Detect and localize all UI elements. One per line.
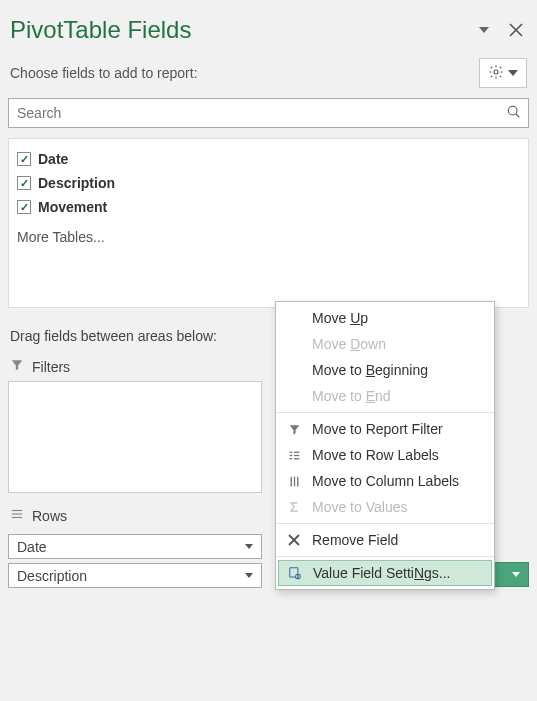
menu-move-down: Move Down	[276, 331, 494, 357]
menu-label: Move Up	[312, 310, 368, 326]
field-item-date[interactable]: ✓ Date	[17, 147, 520, 171]
filter-icon	[10, 358, 24, 375]
svg-point-2	[494, 70, 498, 74]
menu-move-column-labels[interactable]: Move to Column Labels	[276, 468, 494, 494]
svg-text:i: i	[297, 574, 298, 579]
chevron-down-icon[interactable]	[512, 572, 520, 577]
rows-icon	[10, 507, 24, 524]
field-list: ✓ Date ✓ Description ✓ Movement More Tab…	[8, 138, 529, 308]
chevron-down-icon	[508, 70, 518, 76]
menu-move-end: Move to End	[276, 383, 494, 409]
rows-label: Rows	[32, 508, 67, 524]
search-box[interactable]	[8, 98, 529, 128]
columns-icon	[284, 475, 304, 488]
field-settings-icon: i	[285, 566, 305, 580]
menu-label: Move to Values	[312, 499, 407, 515]
menu-label: Move to Report Filter	[312, 421, 443, 437]
task-pane-options-dropdown[interactable]	[479, 27, 489, 33]
filters-dropzone[interactable]	[8, 381, 262, 493]
row-pill-description[interactable]: Description	[8, 563, 262, 588]
menu-move-values: Σ Move to Values	[276, 494, 494, 520]
field-context-menu: Move Up Move Down Move to Beginning Move…	[275, 301, 495, 590]
filters-area: Filters	[8, 354, 262, 493]
subheader-row: Choose fields to add to report:	[8, 52, 529, 98]
pill-label: Date	[17, 539, 47, 555]
svg-point-3	[508, 106, 517, 115]
menu-label: Move to Row Labels	[312, 447, 439, 463]
checkbox[interactable]: ✓	[17, 152, 31, 166]
svg-line-4	[516, 114, 519, 117]
field-label: Date	[38, 151, 68, 167]
rows-dropzone[interactable]: Date Description	[8, 534, 262, 588]
menu-separator	[276, 556, 494, 557]
close-icon[interactable]	[509, 23, 523, 37]
sigma-icon: Σ	[284, 499, 304, 515]
rows-icon	[284, 449, 304, 462]
checkbox[interactable]: ✓	[17, 176, 31, 190]
pivottable-fields-pane: PivotTable Fields Choose fields to add t…	[0, 0, 537, 598]
menu-remove-field[interactable]: Remove Field	[276, 527, 494, 553]
choose-fields-label: Choose fields to add to report:	[10, 65, 198, 81]
pane-header-controls	[479, 23, 523, 37]
field-label: Movement	[38, 199, 107, 215]
menu-separator	[276, 412, 494, 413]
checkbox[interactable]: ✓	[17, 200, 31, 214]
menu-move-report-filter[interactable]: Move to Report Filter	[276, 416, 494, 442]
menu-label: Remove Field	[312, 532, 398, 548]
filter-icon	[284, 423, 304, 436]
menu-label: Move to End	[312, 388, 391, 404]
pane-header: PivotTable Fields	[8, 10, 529, 52]
menu-label: Move to Beginning	[312, 362, 428, 378]
menu-move-row-labels[interactable]: Move to Row Labels	[276, 442, 494, 468]
chevron-down-icon[interactable]	[245, 544, 253, 549]
menu-label: Value Field SettiNgs...	[313, 565, 451, 581]
more-tables-link[interactable]: More Tables...	[17, 229, 520, 245]
rows-area: Rows Date Description	[8, 503, 262, 588]
search-icon[interactable]	[500, 104, 528, 123]
pane-title: PivotTable Fields	[10, 16, 191, 44]
tools-button[interactable]	[479, 58, 527, 88]
chevron-down-icon[interactable]	[245, 573, 253, 578]
menu-separator	[276, 523, 494, 524]
filters-label: Filters	[32, 359, 70, 375]
menu-value-field-settings[interactable]: i Value Field SettiNgs...	[278, 560, 492, 586]
menu-move-beginning[interactable]: Move to Beginning	[276, 357, 494, 383]
menu-label: Move Down	[312, 336, 386, 352]
field-label: Description	[38, 175, 115, 191]
menu-move-up[interactable]: Move Up	[276, 305, 494, 331]
pill-label: Description	[17, 568, 87, 584]
search-input[interactable]	[9, 105, 500, 121]
remove-icon	[284, 534, 304, 546]
menu-label: Move to Column Labels	[312, 473, 459, 489]
row-pill-date[interactable]: Date	[8, 534, 262, 559]
field-item-movement[interactable]: ✓ Movement	[17, 195, 520, 219]
gear-icon	[488, 64, 504, 83]
field-item-description[interactable]: ✓ Description	[17, 171, 520, 195]
